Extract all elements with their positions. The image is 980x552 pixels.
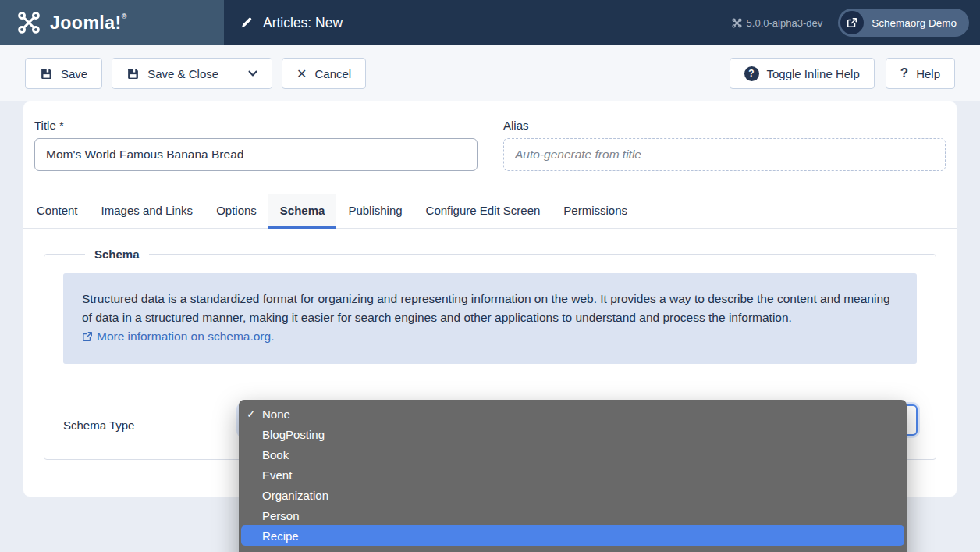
schema-info-link-label: More information on schema.org. (97, 327, 274, 346)
chevron-down-icon (247, 67, 259, 80)
tab-options[interactable]: Options (204, 194, 268, 229)
tab-publishing[interactable]: Publishing (336, 194, 414, 229)
help-label: Help (916, 67, 940, 80)
option-label: None (262, 408, 290, 421)
check-icon: ✓ (247, 408, 256, 420)
question-mark-icon: ? (900, 66, 908, 81)
option-label: JobPosting (262, 550, 320, 552)
option-label: Event (262, 468, 292, 482)
schema-type-label: Schema Type (63, 418, 240, 432)
alias-field-group: Alias (503, 119, 946, 171)
schema-info-alert: Structured data is a standardized format… (63, 273, 917, 364)
header-right: 5.0.0-alpha3-dev Schemaorg Demo (732, 9, 980, 37)
edit-tabs: Content Images and Links Options Schema … (23, 194, 957, 229)
schema-type-dropdown: ✓ None BlogPosting Book Event Organizati… (239, 400, 907, 552)
floppy-disk-icon (40, 67, 53, 80)
option-label: Book (262, 448, 289, 461)
save-close-button[interactable]: Save & Close (112, 59, 233, 88)
joomla-logo-icon (17, 11, 41, 34)
title-input[interactable] (34, 138, 478, 171)
option-label: Recipe (262, 529, 299, 543)
tab-images-and-links[interactable]: Images and Links (90, 194, 205, 229)
header-bar: Joomla!® Articles: New 5.0.0-alpha3-dev (0, 0, 980, 45)
help-button[interactable]: ? Help (886, 58, 955, 89)
save-options-dropdown-toggle[interactable] (233, 59, 272, 88)
external-link-icon (82, 331, 93, 342)
alias-input[interactable] (503, 138, 946, 171)
title-field-group: Title * (34, 119, 478, 171)
cancel-button[interactable]: ✕ Cancel (282, 58, 366, 89)
floppy-disk-icon (126, 67, 140, 80)
dropdown-option-jobposting[interactable]: JobPosting (239, 546, 907, 552)
version-badge: 5.0.0-alpha3-dev (732, 17, 823, 29)
tab-schema[interactable]: Schema (268, 194, 337, 229)
save-button[interactable]: Save (25, 58, 102, 89)
question-circle-icon: ? (744, 66, 759, 81)
brand-text: Joomla!® (50, 12, 127, 34)
registered-mark: ® (122, 12, 127, 20)
tab-configure-edit-screen[interactable]: Configure Edit Screen (414, 194, 552, 229)
alias-label: Alias (503, 119, 946, 132)
schema-info-text: Structured data is a standardized format… (82, 292, 890, 324)
pencil-icon (240, 16, 254, 30)
tab-permissions[interactable]: Permissions (552, 194, 639, 229)
demo-button-label: Schemaorg Demo (872, 17, 957, 29)
dropdown-option-person[interactable]: Person (239, 505, 907, 525)
option-label: Organization (262, 489, 328, 502)
dropdown-option-blogposting[interactable]: BlogPosting (239, 424, 907, 444)
joomla-admin-page: Joomla!® Articles: New 5.0.0-alpha3-dev (0, 0, 980, 552)
external-link-icon (840, 11, 864, 34)
save-close-button-group: Save & Close (112, 58, 272, 89)
option-label: Person (262, 509, 300, 522)
toggle-inline-help-button[interactable]: ? Toggle Inline Help (730, 58, 875, 89)
toolbar-right: ? Toggle Inline Help ? Help (730, 58, 956, 89)
toggle-inline-help-label: Toggle Inline Help (767, 67, 860, 80)
dropdown-option-book[interactable]: Book (239, 444, 907, 465)
schema-legend: Schema (85, 248, 149, 261)
save-label: Save (61, 67, 87, 80)
tab-content[interactable]: Content (25, 194, 90, 229)
dropdown-option-none[interactable]: ✓ None (239, 404, 907, 424)
header-main: Articles: New 5.0.0-alpha3-dev (224, 0, 980, 45)
x-mark-icon: ✕ (296, 66, 307, 81)
cancel-label: Cancel (315, 67, 352, 80)
title-alias-row: Title * Alias (34, 119, 946, 171)
dropdown-option-organization[interactable]: Organization (239, 485, 907, 505)
joomla-mark-icon (732, 18, 742, 28)
dropdown-option-recipe[interactable]: Recipe (241, 525, 904, 546)
option-label: BlogPosting (262, 428, 325, 441)
joomla-brand[interactable]: Joomla!® (0, 0, 224, 45)
save-close-label: Save & Close (147, 67, 218, 80)
toolbar: Save Save & Close ✕ Cancel (0, 45, 980, 101)
page-title: Articles: New (263, 15, 343, 31)
dropdown-option-event[interactable]: Event (239, 465, 907, 485)
version-text: 5.0.0-alpha3-dev (747, 17, 823, 29)
schemaorg-demo-button[interactable]: Schemaorg Demo (838, 9, 969, 37)
schema-info-link[interactable]: More information on schema.org. (82, 327, 274, 346)
title-label: Title * (34, 119, 478, 132)
